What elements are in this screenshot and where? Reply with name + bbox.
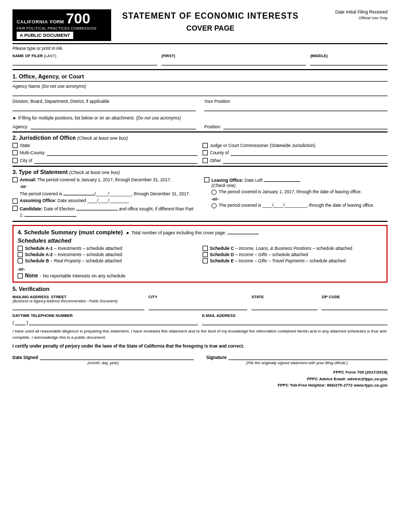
cb-county-label: County of (210, 150, 229, 155)
state-label: STATE (251, 295, 263, 299)
date-signed-field: Date Signed (12, 353, 194, 360)
cb-sched-d[interactable] (203, 252, 208, 257)
other-line[interactable] (223, 157, 388, 164)
cb-city-label: City of (20, 158, 32, 163)
title-sub: COVER PAGE (111, 24, 310, 32)
agency-name-row: Agency Name (Do not use acronyms) (12, 83, 388, 96)
check-one-note: (Check one) (211, 183, 235, 188)
candidate-bold: Candidate: (20, 206, 43, 211)
street-col-header: MAILING ADDRESS STREET (12, 294, 144, 299)
footer: FPPC Form 700 (2017/2018) FPPC Advice Em… (12, 369, 388, 389)
date-signed-input[interactable] (40, 353, 194, 360)
annual-bold: Annual: (20, 177, 36, 182)
city-input[interactable] (149, 303, 247, 310)
footer-form-label: FPPC Form 700 (2017/2018) (12, 369, 388, 376)
agency-name-input[interactable] (12, 89, 388, 96)
agency-line-input[interactable] (31, 122, 196, 129)
area-code-input[interactable] (15, 318, 25, 325)
cb-sched-e[interactable] (203, 258, 208, 263)
leaving-bold: Leaving Office: (211, 178, 243, 183)
cb-assuming[interactable] (12, 198, 18, 204)
division-input[interactable] (12, 104, 196, 111)
multi-county-line[interactable] (47, 150, 197, 156)
section4-num: 4. (18, 229, 22, 235)
multiple-positions-note: ► If filing for multiple positions, list… (12, 115, 388, 121)
schedules-right-col: Schedule C – Income, Loans, & Business P… (203, 246, 382, 264)
date-left-input[interactable] (264, 177, 300, 182)
annual-text: Annual: The period covered is January 1,… (20, 177, 171, 182)
state-col-header: STATE (251, 294, 317, 299)
division-position-row: Division, Board, Department, District, i… (12, 98, 388, 113)
state-input[interactable] (251, 303, 317, 310)
cb-multi-county-box[interactable] (12, 150, 18, 155)
annual-item: Annual: The period covered is January 1,… (12, 177, 196, 182)
paren-close: ) (26, 320, 28, 325)
section4-label: Schedule Summary (must complete) (24, 229, 123, 235)
county-line[interactable] (231, 150, 388, 156)
sched-e-text: Schedule E – Income – Gifts – Travel Pay… (210, 258, 345, 263)
sched-e: Schedule E – Income – Gifts – Travel Pay… (203, 258, 382, 263)
name-last-label: NAME OF FILER (LAST) (12, 54, 56, 58)
none-label: None (25, 273, 38, 278)
cb-leaving[interactable] (204, 177, 209, 182)
cb-county-box[interactable] (203, 150, 208, 155)
phone-number-input[interactable] (29, 318, 198, 325)
cb-city-box[interactable] (12, 158, 18, 163)
cb-other-box[interactable] (203, 158, 208, 163)
city-label: CITY (149, 295, 157, 299)
position-line-input[interactable] (223, 122, 388, 129)
radio-period-1-btn[interactable] (211, 190, 217, 195)
street-input[interactable] (12, 303, 144, 310)
name-last-input[interactable] (12, 58, 157, 65)
section3-title-row: 3. Type of Statement (Check at least one… (12, 169, 388, 175)
office-sought-input[interactable] (24, 211, 76, 217)
page-header: CALIFORNIA FORM 700 FAIR POLITICAL PRACT… (12, 9, 388, 41)
section5-title: Verification (19, 286, 49, 292)
election-date-input[interactable] (76, 205, 118, 210)
name-first-input[interactable] (162, 58, 306, 65)
sched-c-text: Schedule C – Income, Loans, & Business P… (210, 246, 352, 251)
cb-state-box[interactable] (12, 143, 18, 148)
name-middle-field: (MIDDLE) (310, 52, 388, 68)
position-field: Your Position (204, 98, 388, 113)
period-date-input[interactable] (63, 190, 95, 195)
name-first-field: (FIRST) (162, 52, 311, 68)
agency-position-row: Agency: Position: (12, 122, 388, 129)
radio-period-2-text: The period covered is ____/____/________… (219, 203, 374, 208)
section3-grid: Annual: The period covered is January 1,… (12, 177, 388, 219)
cb-sched-a1[interactable] (18, 246, 23, 251)
section3-num: 3. (12, 169, 17, 175)
date-signed-label: Date Signed (12, 355, 38, 360)
agency-line-field: Agency: (12, 122, 196, 129)
cb-candidate[interactable] (12, 206, 18, 211)
total-pages-input[interactable] (228, 229, 259, 234)
cb-sched-a2[interactable] (18, 252, 23, 257)
none-item: None - No reportable interests on any sc… (18, 273, 382, 278)
cb-annual[interactable] (12, 177, 18, 182)
email-col: E-MAIL ADDRESS (202, 313, 388, 325)
email-input[interactable] (202, 318, 388, 325)
position-input[interactable] (204, 104, 388, 111)
zip-input[interactable] (322, 303, 388, 310)
section2-divider (12, 166, 388, 167)
section4-title: 4. Schedule Summary (must complete) (18, 229, 123, 235)
cb-judge-box[interactable] (203, 143, 208, 148)
signature-label: Signature (206, 355, 226, 360)
cb-county: County of (203, 150, 388, 156)
cb-sched-c[interactable] (203, 246, 208, 251)
name-filer-row: NAME OF FILER (LAST) (FIRST) (MIDDLE) (12, 52, 388, 68)
date-received-box: Date Initial Filing Received Official Us… (310, 9, 388, 21)
cb-sched-b[interactable] (18, 258, 23, 263)
name-middle-input[interactable] (310, 58, 388, 65)
city-line[interactable] (34, 157, 197, 164)
address-col-headers: MAILING ADDRESS STREET CITY STATE ZIP CO… (12, 294, 388, 299)
signature-input[interactable] (229, 353, 388, 360)
cb-none[interactable] (18, 273, 23, 278)
section2-title-row: 2. Jurisdiction of Office (Check at leas… (12, 135, 388, 141)
name-middle-label: (MIDDLE) (310, 54, 328, 58)
multiple-label: ► If filing for multiple positions, list… (12, 115, 135, 121)
radio-period-2-btn[interactable] (211, 203, 217, 208)
radio-period-1: The period covered is January 1, 2017, t… (204, 189, 388, 195)
section3-check-label: (Check at least one box) (69, 170, 120, 175)
division-field: Division, Board, Department, District, i… (12, 98, 196, 113)
